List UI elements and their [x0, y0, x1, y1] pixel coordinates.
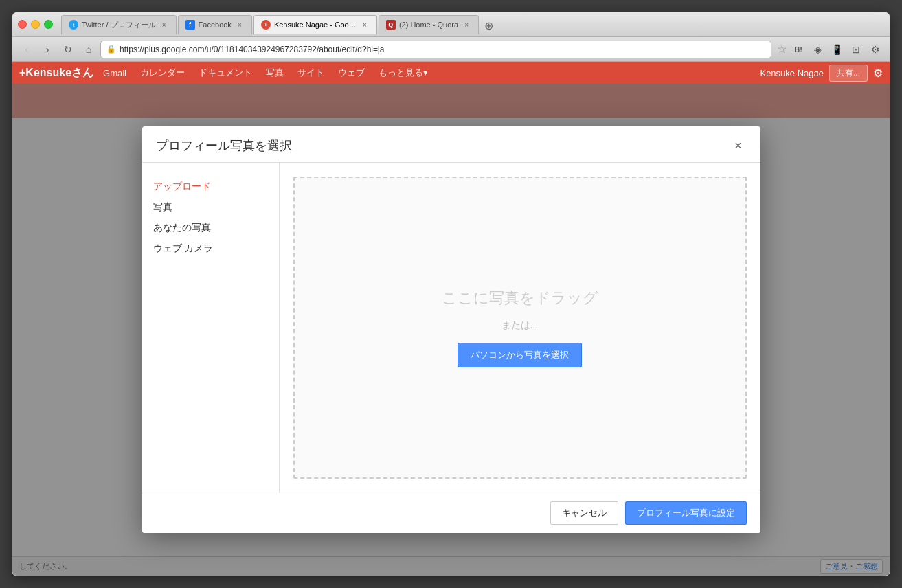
sidebar-item-upload[interactable]: アップロード: [153, 177, 268, 197]
dialog-sidebar: アップロード 写真 あなたの写真 ウェブ カメラ: [142, 163, 280, 493]
set-profile-photo-button[interactable]: プロフィール写真に設定: [625, 501, 747, 525]
quora-favicon-icon: Q: [386, 20, 396, 30]
upload-drop-zone[interactable]: ここに写真をドラッグ または... パソコンから写真を選択: [293, 177, 747, 479]
sidebar-item-your-photos[interactable]: あなたの写真: [153, 218, 268, 238]
dialog-body: アップロード 写真 あなたの写真 ウェブ カメラ: [142, 163, 760, 493]
gplus-settings-icon[interactable]: ⚙: [873, 67, 883, 80]
address-bar[interactable]: 🔒 https://plus.google.com/u/0/1181403439…: [100, 41, 771, 58]
back-button[interactable]: ‹: [18, 41, 36, 58]
new-tab-button[interactable]: ⊕: [480, 18, 497, 34]
gplus-nav-photos[interactable]: 写真: [262, 64, 288, 82]
browser-window: t Twitter / プロフィール × f Facebook × + Kens…: [12, 12, 890, 576]
dialog-main: ここに写真をドラッグ または... パソコンから写真を選択: [280, 163, 760, 493]
gplus-favicon-icon: +: [261, 20, 271, 30]
gplus-top-bar: +Kensukeさん Gmail カレンダー ドキュメント 写真 サイト ウェブ…: [12, 62, 890, 84]
tab-facebook[interactable]: f Facebook ×: [178, 15, 252, 34]
minimize-button[interactable]: [31, 20, 40, 29]
tab-facebook-label: Facebook: [199, 21, 232, 29]
nav-tools: B! ◈ 📱 ⊡ ⚙: [789, 41, 884, 58]
tab-quora-label: (2) Home - Quora: [399, 21, 458, 29]
modal-overlay: プロフィール写真を選択 × アップロード 写真 あなたの写真: [12, 84, 890, 576]
menu-icon[interactable]: ⚙: [866, 41, 884, 58]
gplus-logo[interactable]: +Kensukeさん: [19, 66, 93, 80]
sidebar-item-webcam[interactable]: ウェブ カメラ: [153, 238, 268, 259]
mobile-icon[interactable]: 📱: [828, 41, 846, 58]
cancel-button[interactable]: キャンセル: [550, 501, 618, 525]
tab-twitter-close-icon[interactable]: ×: [159, 20, 169, 30]
dialog-footer: キャンセル プロフィール写真に設定: [142, 493, 760, 533]
tab-googleplus-label: Kensuke Nagae - Google+: [274, 21, 357, 29]
facebook-favicon-icon: f: [185, 20, 195, 30]
tab-quora-close-icon[interactable]: ×: [462, 20, 471, 30]
tab-facebook-close-icon[interactable]: ×: [235, 20, 245, 30]
home-button[interactable]: ⌂: [80, 41, 98, 58]
cast-icon[interactable]: ⊡: [847, 41, 865, 58]
forward-button[interactable]: ›: [38, 41, 56, 58]
select-from-computer-button[interactable]: パソコンから写真を選択: [458, 343, 582, 368]
maximize-button[interactable]: [44, 20, 53, 29]
refresh-button[interactable]: ↻: [59, 41, 77, 58]
close-button[interactable]: [18, 20, 27, 29]
bookmark-button[interactable]: ☆: [777, 43, 787, 56]
title-bar: t Twitter / プロフィール × f Facebook × + Kens…: [12, 12, 890, 37]
bookmarks-manager-icon[interactable]: B!: [789, 41, 807, 58]
sidebar-item-photos[interactable]: 写真: [153, 197, 268, 218]
traffic-lights: [18, 20, 53, 29]
extensions-icon[interactable]: ◈: [809, 41, 826, 58]
gplus-nav-more[interactable]: もっと見る▾: [374, 64, 432, 82]
gplus-user-name[interactable]: Kensuke Nagae: [760, 68, 824, 78]
gplus-bar-left: +Kensukeさん Gmail カレンダー ドキュメント 写真 サイト ウェブ…: [19, 64, 754, 82]
gplus-nav-web[interactable]: ウェブ: [334, 64, 369, 82]
tab-quora[interactable]: Q (2) Home - Quora ×: [379, 15, 479, 34]
twitter-favicon-icon: t: [69, 20, 78, 30]
or-text: または...: [501, 319, 539, 332]
profile-photo-dialog: プロフィール写真を選択 × アップロード 写真 あなたの写真: [142, 126, 760, 533]
tab-googleplus-close-icon[interactable]: ×: [360, 20, 370, 30]
dialog-title: プロフィール写真を選択: [156, 137, 292, 154]
url-text: https://plus.google.com/u/0/118140343924…: [120, 45, 384, 54]
tab-twitter-label: Twitter / プロフィール: [82, 20, 156, 30]
tabs-bar: t Twitter / プロフィール × f Facebook × + Kens…: [61, 15, 884, 34]
dialog-close-button[interactable]: ×: [730, 137, 747, 154]
gplus-nav-sites[interactable]: サイト: [293, 64, 328, 82]
ssl-lock-icon: 🔒: [106, 45, 116, 54]
gplus-share-button[interactable]: 共有...: [829, 65, 868, 82]
gplus-bar-right: Kensuke Nagae 共有... ⚙: [760, 65, 883, 82]
tab-googleplus[interactable]: + Kensuke Nagae - Google+ ×: [253, 15, 377, 34]
gplus-nav-gmail[interactable]: Gmail: [99, 65, 131, 81]
gplus-nav-calendar[interactable]: カレンダー: [136, 64, 189, 82]
page-content: プロフィール写真を選択 × アップロード 写真 あなたの写真: [12, 84, 890, 576]
gplus-nav-docs[interactable]: ドキュメント: [194, 64, 256, 82]
dialog-header: プロフィール写真を選択 ×: [142, 126, 760, 163]
drag-here-text: ここに写真をドラッグ: [442, 288, 598, 308]
tab-twitter[interactable]: t Twitter / プロフィール ×: [61, 15, 177, 34]
nav-bar: ‹ › ↻ ⌂ 🔒 https://plus.google.com/u/0/11…: [12, 37, 890, 62]
